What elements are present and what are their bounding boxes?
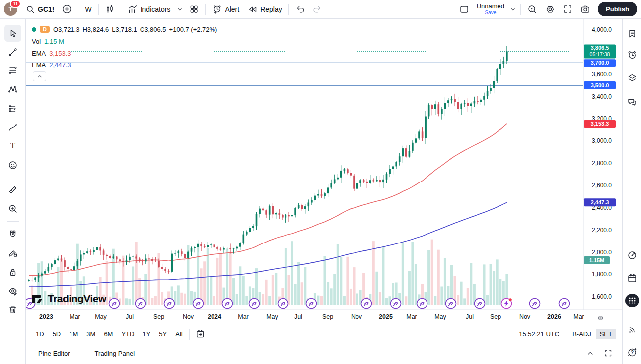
hotlists-button[interactable] <box>624 247 641 264</box>
candle-body <box>61 259 63 261</box>
settings-button[interactable] <box>542 2 559 16</box>
alerts-button[interactable] <box>624 46 641 63</box>
utc-clock[interactable]: 15:52:21 UTC <box>515 329 563 339</box>
brush-tool[interactable] <box>4 119 21 136</box>
ema-legend-row-2[interactable]: EMA 2,447.3 <box>32 59 220 71</box>
range-all[interactable]: All <box>171 329 186 339</box>
forecast-tool[interactable] <box>4 100 21 117</box>
panel-expand-button[interactable] <box>585 348 595 358</box>
rollover-marker[interactable] <box>193 299 204 309</box>
candle-body <box>229 248 231 249</box>
chat-button[interactable] <box>624 93 641 110</box>
candle-body <box>200 244 202 246</box>
redo-button[interactable] <box>309 2 326 16</box>
undo-button[interactable] <box>292 2 308 16</box>
streams-button[interactable] <box>624 321 641 338</box>
trend-line-tool[interactable] <box>4 44 21 61</box>
rollover-marker[interactable] <box>306 299 317 309</box>
text-tool[interactable]: T <box>4 137 21 154</box>
cursor-tool[interactable] <box>4 25 21 42</box>
pattern-tool[interactable] <box>4 81 21 98</box>
volume-bar <box>496 259 499 305</box>
more-apps-button[interactable] <box>624 292 641 309</box>
trading-panel-tab[interactable]: Trading Panel <box>91 348 138 359</box>
layout-name-button[interactable]: Unnamed Save <box>474 2 507 16</box>
layout-manager-button[interactable] <box>456 2 473 16</box>
publish-button[interactable]: Publish <box>598 2 637 16</box>
candle-body <box>487 91 489 96</box>
layout-grid-button[interactable] <box>186 2 202 16</box>
ema-legend-row-1[interactable]: EMA 3,153.3 <box>32 47 220 59</box>
rollover-marker[interactable] <box>446 299 456 309</box>
range-5y[interactable]: 5Y <box>155 329 171 339</box>
help-button[interactable]: ? <box>624 344 641 361</box>
settlement-button[interactable]: SET <box>596 329 616 339</box>
compare-add-symbol-button[interactable] <box>59 2 75 16</box>
watchlist-button[interactable] <box>624 25 641 42</box>
measure-tool[interactable] <box>4 182 21 198</box>
rollover-marker[interactable] <box>278 299 288 309</box>
indicators-button[interactable]: Indicators <box>124 2 174 16</box>
rollover-marker[interactable] <box>164 299 175 309</box>
market-status-dot[interactable] <box>32 27 36 32</box>
lock-drawings-tool[interactable] <box>4 264 21 281</box>
fullscreen-button[interactable] <box>560 2 576 16</box>
signal-icon <box>627 325 637 335</box>
range-6m[interactable]: 6M <box>100 329 117 339</box>
range-3m[interactable]: 3M <box>82 329 99 339</box>
rollover-marker[interactable] <box>475 299 485 309</box>
watermark-brand: TradingView <box>48 293 106 304</box>
indicator-templates-button[interactable] <box>175 4 185 15</box>
range-ytd[interactable]: YTD <box>117 329 138 339</box>
time-axis-label: Nov <box>519 313 531 320</box>
save-link[interactable]: Save <box>485 10 496 15</box>
magnet-tool[interactable] <box>4 226 21 243</box>
range-1m[interactable]: 1M <box>65 329 82 339</box>
replay-button[interactable]: Replay <box>244 2 285 16</box>
range-5d[interactable]: 5D <box>49 329 65 339</box>
object-tree-button[interactable] <box>624 69 641 86</box>
chart-type-button[interactable] <box>102 3 118 16</box>
remove-drawings-tool[interactable] <box>4 302 21 318</box>
legend-collapse-button[interactable] <box>33 71 46 81</box>
symbol-search-button[interactable]: GC1! <box>22 3 58 16</box>
volume-bar <box>427 250 430 305</box>
range-1d[interactable]: 1D <box>32 329 48 339</box>
rollover-marker[interactable] <box>417 299 427 309</box>
hide-drawings-tool[interactable] <box>4 283 21 300</box>
candle-body <box>197 244 199 247</box>
goto-date-button[interactable] <box>192 327 209 341</box>
calendar-button[interactable] <box>624 270 641 287</box>
snapshot-button[interactable] <box>577 2 594 16</box>
rollover-marker[interactable] <box>222 299 233 309</box>
volume-bar <box>431 240 433 305</box>
candle-body <box>243 235 245 243</box>
time-axis-settings-button[interactable] <box>595 312 606 323</box>
rollover-marker[interactable] <box>109 299 120 309</box>
emoji-tool[interactable] <box>4 157 21 174</box>
ema2-label: EMA <box>32 61 46 69</box>
rollover-marker[interactable] <box>559 299 570 309</box>
interval-button[interactable]: W <box>81 3 95 15</box>
range-1y[interactable]: 1Y <box>139 329 154 339</box>
rollover-marker[interactable] <box>361 299 372 309</box>
volume-legend-row[interactable]: Vol 1.15 M <box>32 35 220 47</box>
fib-retracement-tool[interactable] <box>4 62 21 79</box>
rollover-marker-active[interactable] <box>501 298 512 308</box>
rollover-marker[interactable] <box>249 299 260 309</box>
zoom-in-tool[interactable] <box>4 200 21 217</box>
drawing-mode-tool[interactable] <box>4 244 21 261</box>
rollover-marker[interactable] <box>136 299 146 309</box>
panel-maximize-button[interactable] <box>603 348 613 358</box>
layout-dropdown-button[interactable] <box>508 4 517 15</box>
alert-button[interactable]: Alert <box>209 2 243 16</box>
rollover-marker[interactable] <box>530 299 540 309</box>
delayed-data-badge[interactable]: D <box>40 26 50 33</box>
pine-editor-tab[interactable]: Pine Editor <box>35 348 73 359</box>
quick-search-button[interactable] <box>524 2 541 16</box>
avatar[interactable]: T 11 <box>4 2 17 16</box>
adjustment-button[interactable]: B-ADJ <box>569 329 595 339</box>
magnet-icon <box>8 229 18 239</box>
rollover-marker[interactable] <box>391 299 401 309</box>
footer-bar: Pine Editor Trading Panel <box>26 342 622 364</box>
